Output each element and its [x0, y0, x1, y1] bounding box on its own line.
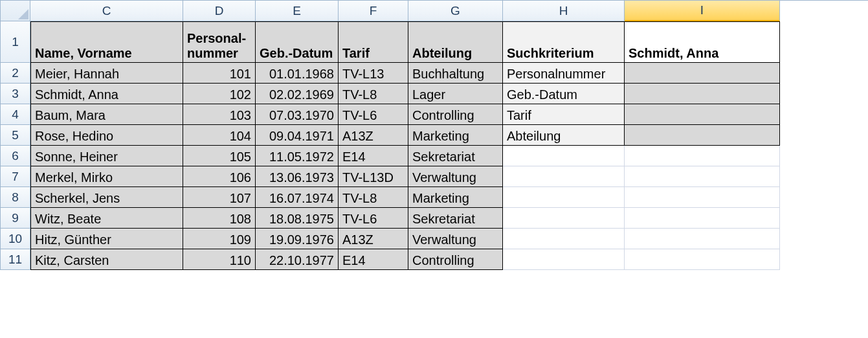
cell-G5[interactable]: Marketing [408, 125, 503, 146]
cell-F5[interactable]: A13Z [339, 125, 408, 146]
cell-D1[interactable]: Personal- nummer [183, 21, 256, 63]
cell-G6[interactable]: Sekretariat [408, 146, 503, 166]
cell-I11[interactable] [625, 249, 780, 270]
col-header-C[interactable]: C [30, 1, 183, 21]
cell-F4[interactable]: TV-L6 [339, 104, 408, 125]
cell-F10[interactable]: A13Z [339, 229, 408, 249]
cell-G4[interactable]: Controlling [408, 104, 503, 125]
cell-D6[interactable]: 105 [183, 146, 256, 166]
cell-E4[interactable]: 07.03.1970 [256, 104, 339, 125]
row-header-5[interactable]: 5 [1, 125, 30, 146]
cell-E7[interactable]: 13.06.1973 [256, 166, 339, 187]
cell-I3[interactable] [625, 84, 780, 104]
cell-E5[interactable]: 09.04.1971 [256, 125, 339, 146]
cell-E3[interactable]: 02.02.1969 [256, 84, 339, 104]
cell-I8[interactable] [625, 187, 780, 208]
cell-H5[interactable]: Abteilung [503, 125, 625, 146]
row-header-11[interactable]: 11 [1, 249, 30, 270]
cell-F9[interactable]: TV-L6 [339, 208, 408, 229]
cell-I7[interactable] [625, 166, 780, 187]
cell-H1[interactable]: Suchkriterium [503, 21, 625, 63]
row-header-9[interactable]: 9 [1, 208, 30, 229]
cell-C7[interactable]: Merkel, Mirko [30, 166, 183, 187]
cell-H10[interactable] [503, 229, 625, 249]
cell-H3[interactable]: Geb.-Datum [503, 84, 625, 104]
cell-F1[interactable]: Tarif [339, 21, 408, 63]
cell-F11[interactable]: E14 [339, 249, 408, 270]
cell-C8[interactable]: Scherkel, Jens [30, 187, 183, 208]
cell-C9[interactable]: Witz, Beate [30, 208, 183, 229]
cell-D9[interactable]: 108 [183, 208, 256, 229]
cell-F8[interactable]: TV-L8 [339, 187, 408, 208]
cell-G3[interactable]: Lager [408, 84, 503, 104]
cell-H2[interactable]: Personalnummer [503, 63, 625, 84]
cell-H4[interactable]: Tarif [503, 104, 625, 125]
cell-H7[interactable] [503, 166, 625, 187]
col-header-F[interactable]: F [339, 1, 408, 21]
cell-C11[interactable]: Kitz, Carsten [30, 249, 183, 270]
cell-C6[interactable]: Sonne, Heiner [30, 146, 183, 166]
row-header-6[interactable]: 6 [1, 146, 30, 166]
cell-D10[interactable]: 109 [183, 229, 256, 249]
cell-H6[interactable] [503, 146, 625, 166]
cell-E10[interactable]: 19.09.1976 [256, 229, 339, 249]
col-header-G[interactable]: G [408, 1, 503, 21]
col-header-H[interactable]: H [503, 1, 625, 21]
cell-D3[interactable]: 102 [183, 84, 256, 104]
cell-I4[interactable] [625, 104, 780, 125]
cell-D2[interactable]: 101 [183, 63, 256, 84]
row-header-2[interactable]: 2 [1, 63, 30, 84]
cell-I5[interactable] [625, 125, 780, 146]
cell-C3[interactable]: Schmidt, Anna [30, 84, 183, 104]
cell-I6[interactable] [625, 146, 780, 166]
cell-G1[interactable]: Abteilung [408, 21, 503, 63]
cell-D8[interactable]: 107 [183, 187, 256, 208]
cell-C1[interactable]: Name, Vorname [30, 21, 183, 63]
cell-E1[interactable]: Geb.-Datum [256, 21, 339, 63]
cell-E2[interactable]: 01.01.1968 [256, 63, 339, 84]
row-header-3[interactable]: 3 [1, 84, 30, 104]
select-all-icon [18, 9, 28, 19]
cell-E8[interactable]: 16.07.1974 [256, 187, 339, 208]
cell-C4[interactable]: Baum, Mara [30, 104, 183, 125]
cell-G10[interactable]: Verwaltung [408, 229, 503, 249]
col-header-I[interactable]: I [625, 1, 780, 21]
cell-I9[interactable] [625, 208, 780, 229]
cell-F2[interactable]: TV-L13 [339, 63, 408, 84]
cell-F3[interactable]: TV-L8 [339, 84, 408, 104]
cell-C10[interactable]: Hitz, Günther [30, 229, 183, 249]
cell-C2[interactable]: Meier, Hannah [30, 63, 183, 84]
cell-D7[interactable]: 106 [183, 166, 256, 187]
cell-E9[interactable]: 18.08.1975 [256, 208, 339, 229]
cell-I1[interactable]: Schmidt, Anna [625, 21, 780, 63]
cell-H9[interactable] [503, 208, 625, 229]
cell-G7[interactable]: Verwaltung [408, 166, 503, 187]
cell-D11[interactable]: 110 [183, 249, 256, 270]
cell-F6[interactable]: E14 [339, 146, 408, 166]
col-header-E[interactable]: E [256, 1, 339, 21]
cell-F7[interactable]: TV-L13D [339, 166, 408, 187]
svg-marker-0 [18, 9, 28, 19]
cell-E11[interactable]: 22.10.1977 [256, 249, 339, 270]
cell-E6[interactable]: 11.05.1972 [256, 146, 339, 166]
row-header-10[interactable]: 10 [1, 229, 30, 249]
cell-I2[interactable] [625, 63, 780, 84]
spreadsheet-grid[interactable]: C D E F G H I 1 Name, Vorname Personal- … [0, 0, 868, 270]
row-header-4[interactable]: 4 [1, 104, 30, 125]
cell-G8[interactable]: Marketing [408, 187, 503, 208]
select-all-corner[interactable] [1, 1, 30, 21]
cell-H11[interactable] [503, 249, 625, 270]
cell-D5[interactable]: 104 [183, 125, 256, 146]
cell-C5[interactable]: Rose, Hedino [30, 125, 183, 146]
cell-I10[interactable] [625, 229, 780, 249]
cell-G11[interactable]: Controlling [408, 249, 503, 270]
cell-G2[interactable]: Buchhaltung [408, 63, 503, 84]
cell-G9[interactable]: Sekretariat [408, 208, 503, 229]
cell-H8[interactable] [503, 187, 625, 208]
row-header-8[interactable]: 8 [1, 187, 30, 208]
col-header-D[interactable]: D [183, 1, 256, 21]
cell-D4[interactable]: 103 [183, 104, 256, 125]
row-header-1[interactable]: 1 [1, 21, 30, 63]
row-header-7[interactable]: 7 [1, 166, 30, 187]
